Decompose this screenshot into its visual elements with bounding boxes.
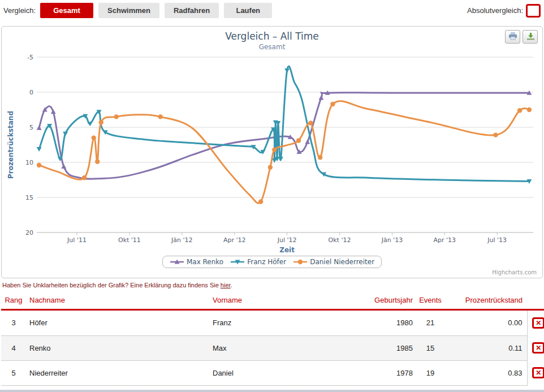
svg-text:-5: -5 (27, 54, 33, 61)
svg-text:Jul '12: Jul '12 (277, 236, 297, 244)
cell-geburtsjahr: 1978 (363, 360, 413, 385)
download-chart-button[interactable] (523, 30, 538, 44)
ranking-table-head: RangNachnameVornameGeburtsjahrEventsProz… (1, 291, 544, 310)
svg-text:Prozentrückstand: Prozentrückstand (7, 111, 15, 179)
svg-text:20: 20 (25, 229, 33, 236)
cell-prozentrueckstand: 0.83 (448, 360, 527, 385)
tab-laufen[interactable]: Laufen (224, 3, 272, 18)
cell-prozentrueckstand: 0.00 (448, 310, 527, 336)
cell-delete: ✕ (527, 310, 544, 336)
triangle-down-marker-icon (230, 259, 245, 265)
column-header-nachname: Nachname (26, 291, 213, 310)
cell-rang: 4 (1, 335, 26, 360)
legend-label: Max Renko (187, 258, 223, 266)
chart-help-note: Haben Sie Unklarheiten bezüglich der Gra… (2, 282, 544, 288)
comparison-line-chart: -505101520Jul '11Okt '11Jän '12Apr '12Ju… (2, 52, 542, 256)
svg-text:5: 5 (29, 124, 33, 131)
cell-vorname: Max (213, 335, 363, 360)
note-text: Haben Sie Unklarheiten bezüglich der Gra… (2, 282, 221, 288)
column-header-events: Events (413, 291, 448, 310)
sport-tabs: GesamtSchwimmenRadfahrenLaufen (40, 3, 272, 18)
column-header-geburtsjahr: Geburtsjahr (363, 291, 413, 310)
absolute-comparison-label: Absolutvergleich: (467, 6, 523, 15)
cell-nachname: Höfer (26, 310, 213, 336)
legend-label: Daniel Niederreiter (310, 258, 374, 266)
comparison-label: Vergleich: (3, 6, 36, 15)
legend-item-franz-höfer[interactable]: Franz Höfer (230, 258, 286, 266)
chart-panel: Vergleich – All Time Gesamt -505101520Ju… (1, 26, 543, 278)
cell-rang: 5 (1, 360, 26, 385)
tab-gesamt[interactable]: Gesamt (40, 3, 93, 18)
cell-vorname: Daniel (213, 360, 363, 385)
svg-text:10: 10 (25, 159, 33, 166)
print-chart-button[interactable] (505, 30, 520, 44)
highcharts-credit[interactable]: Highcharts.com (492, 269, 537, 275)
svg-text:Zeit: Zeit (279, 246, 295, 254)
chart-subtitle: Gesamt (2, 43, 542, 51)
cell-events: 19 (413, 360, 448, 385)
ranking-table: RangNachnameVornameGeburtsjahrEventsProz… (1, 291, 544, 386)
column-header-rang: Rang (1, 291, 26, 310)
cell-vorname: Franz (213, 310, 363, 336)
cell-events: 15 (413, 335, 448, 360)
svg-text:Jul '13: Jul '13 (487, 236, 507, 244)
svg-text:0: 0 (29, 89, 33, 96)
column-header-vorname: Vorname (213, 291, 363, 310)
cell-geburtsjahr: 1980 (363, 310, 413, 336)
legend-label: Franz Höfer (247, 258, 286, 266)
cell-events: 21 (413, 310, 448, 336)
tab-radfahren[interactable]: Radfahren (165, 3, 219, 18)
chart-export-buttons (505, 30, 538, 44)
svg-text:Jän '13: Jän '13 (381, 236, 403, 244)
svg-text:Okt '12: Okt '12 (329, 236, 351, 244)
column-header-delete (527, 291, 544, 310)
delete-row-button[interactable]: ✕ (532, 342, 544, 354)
cell-delete: ✕ (527, 360, 544, 385)
tab-schwimmen[interactable]: Schwimmen (98, 3, 159, 18)
svg-text:Apr '12: Apr '12 (223, 236, 246, 244)
circle-marker-icon (293, 259, 308, 265)
ranking-table-body: 3HöferFranz1980210.00✕4RenkoMax1985150.1… (1, 310, 544, 386)
svg-text:Jul '11: Jul '11 (67, 236, 87, 244)
table-row-höfer: 3HöferFranz1980210.00✕ (1, 310, 544, 336)
download-icon (526, 32, 535, 42)
cell-rang: 3 (1, 310, 26, 336)
legend-item-max-renko[interactable]: Max Renko (170, 258, 223, 266)
cell-nachname: Niederreiter (26, 360, 213, 385)
delete-row-button[interactable]: ✕ (532, 317, 544, 329)
table-row-renko: 4RenkoMax1985150.11✕ (1, 335, 544, 360)
cell-prozentrueckstand: 0.11 (448, 335, 527, 360)
help-link[interactable]: hier (221, 282, 231, 288)
cell-geburtsjahr: 1985 (363, 335, 413, 360)
bottom-scrollbar[interactable] (0, 390, 544, 392)
delete-row-button[interactable]: ✕ (532, 367, 544, 378)
print-icon (508, 32, 517, 42)
series-franz-höfer[interactable] (37, 66, 532, 184)
column-header-prozentrückstand: Prozentrückstand (448, 291, 527, 310)
cell-delete: ✕ (527, 335, 544, 360)
chart-legend: Max RenkoFranz HöferDaniel Niederreiter (2, 256, 542, 268)
table-row-niederreiter: 5NiederreiterDaniel1978190.83✕ (1, 360, 544, 385)
svg-text:Apr '13: Apr '13 (434, 236, 456, 244)
svg-text:Jän '12: Jän '12 (171, 236, 192, 244)
cell-nachname: Renko (26, 335, 213, 360)
chart-title: Vergleich – All Time (2, 31, 542, 42)
legend-item-daniel-niederreiter[interactable]: Daniel Niederreiter (293, 258, 374, 266)
absolute-comparison-checkbox[interactable] (526, 4, 541, 18)
svg-text:15: 15 (25, 194, 33, 201)
toolbar: Vergleich: GesamtSchwimmenRadfahrenLaufe… (0, 0, 544, 26)
legend-box: Max RenkoFranz HöferDaniel Niederreiter (162, 256, 382, 268)
triangle-up-marker-icon (170, 259, 184, 265)
svg-text:Okt '11: Okt '11 (118, 236, 141, 244)
note-suffix: . (231, 282, 232, 288)
